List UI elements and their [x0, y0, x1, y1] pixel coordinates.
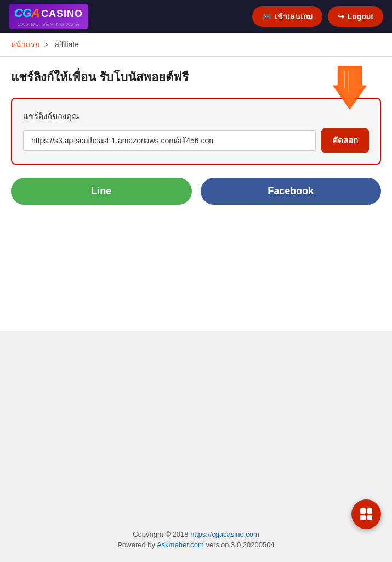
logout-icon: ↪ [338, 12, 344, 21]
copyright-text: Copyright © 2018 [133, 530, 188, 538]
affiliate-input-row: คัดลอก [23, 128, 369, 153]
copy-button[interactable]: คัดลอก [321, 128, 369, 153]
main-content: แชร์ลิงก์ให้เพื่อน รับโบนัสพอยต์ฟรี แชร์… [0, 57, 392, 331]
share-buttons: Line Facebook [11, 178, 381, 205]
site-link[interactable]: https://cgacasino.com [190, 530, 259, 538]
powered-by-text: Powered by [117, 541, 155, 549]
affiliate-card: แชร์ลิงก์ของคุณ คัดลอก [11, 98, 381, 165]
breadcrumb: หน้าแรก > affiliate [0, 33, 392, 57]
logout-button[interactable]: ↪ Logout [328, 6, 383, 27]
play-icon: 🎮 [262, 12, 271, 21]
header-buttons: 🎮 เข้าเล่นเกม ↪ Logout [252, 6, 383, 27]
footer-powered-line: Powered by Askmebet.com version 3.0.2020… [11, 541, 381, 549]
grid-cell-1 [360, 508, 366, 514]
play-button[interactable]: 🎮 เข้าเล่นเกม [252, 6, 322, 27]
logout-button-label: Logout [348, 12, 373, 21]
logo-area: CG A CASINO CASINO GAMING ASIA [9, 4, 88, 29]
breadcrumb-home-link[interactable]: หน้าแรก [11, 40, 39, 49]
powered-link[interactable]: Askmebet.com [157, 541, 204, 549]
svg-marker-1 [336, 68, 363, 105]
breadcrumb-separator: > [44, 40, 48, 49]
logo-casino: CASINO [41, 8, 83, 20]
breadcrumb-current: affiliate [55, 40, 79, 49]
footer-copyright-line: Copyright © 2018 https://cgacasino.com [11, 530, 381, 538]
version-text: version 3.0.20200504 [206, 541, 275, 549]
line-share-button[interactable]: Line [11, 178, 192, 205]
header: CG A CASINO CASINO GAMING ASIA 🎮 เข้าเล่… [0, 0, 392, 33]
logo-cg: CG [14, 6, 31, 20]
play-button-label: เข้าเล่นเกม [275, 10, 313, 23]
logo-tagline: CASINO GAMING ASIA [17, 21, 79, 27]
logo-box: CG A CASINO CASINO GAMING ASIA [9, 4, 88, 29]
footer: Copyright © 2018 https://cgacasino.com P… [0, 517, 392, 562]
affiliate-label: แชร์ลิงก์ของคุณ [23, 110, 369, 123]
grid-cell-2 [367, 508, 373, 514]
arrow-decoration [331, 66, 369, 110]
affiliate-link-input[interactable] [23, 130, 316, 151]
logo-a: A [31, 6, 40, 20]
page-title: แชร์ลิงก์ให้เพื่อน รับโบนัสพอยต์ฟรี [11, 68, 381, 87]
facebook-share-button[interactable]: Facebook [201, 178, 382, 205]
